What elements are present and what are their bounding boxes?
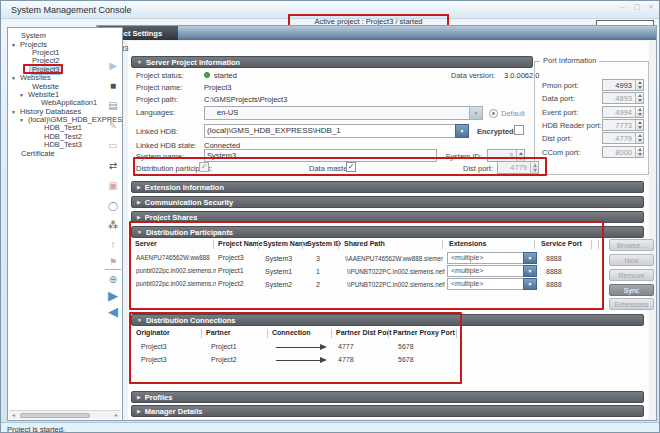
start-project-icon[interactable]: ▶	[101, 59, 125, 74]
distribution-participant-checkbox[interactable]: ✓	[199, 162, 209, 172]
extensions-button[interactable]: Extensions	[609, 298, 654, 310]
section-distribution-participants[interactable]: ▼ Distribution Participants	[131, 226, 644, 238]
column-header-originator[interactable]: Originator	[136, 329, 170, 336]
column-header-extensions[interactable]: Extensions	[449, 240, 486, 247]
remove-button[interactable]: Remove	[609, 269, 654, 281]
section-distribution-connections[interactable]: ▼ Distribution Connections	[131, 314, 644, 326]
data-master-checkbox[interactable]: ✓	[346, 162, 356, 172]
status-message: Project is started.	[7, 425, 65, 433]
linked-hdb-dropdown-icon[interactable]: ▼	[455, 124, 469, 138]
extensions-dropdown[interactable]: <multiple> ▼	[447, 252, 537, 264]
dropdown-icon[interactable]: ▼	[523, 278, 537, 290]
window-title: System Management Console	[11, 5, 132, 15]
column-header-server[interactable]: Server	[135, 240, 157, 247]
section-title: Manager Details	[145, 407, 203, 416]
spinner-icon[interactable]	[635, 133, 643, 143]
tree-item-project1[interactable]: Project1	[8, 49, 122, 57]
project-status-label: Project status:	[136, 71, 184, 80]
cell-partner-dist-port: 4777	[338, 343, 354, 350]
column-header-shared-path[interactable]: Shared Path	[344, 240, 385, 247]
save-project-icon[interactable]: ▣	[101, 179, 125, 194]
data-version-label: Data version:	[451, 71, 495, 80]
minimize-icon[interactable]: –	[617, 3, 629, 10]
cell-shared-path: \\PUNBT022PC.in002.siemens.net\Proj	[347, 281, 445, 288]
column-header-partner[interactable]: Partner	[206, 329, 231, 336]
spinner-icon[interactable]	[635, 93, 643, 103]
connection-arrow-icon	[320, 357, 327, 363]
cell-service-port: 8888	[546, 268, 562, 275]
extensions-value: <multiple>	[451, 280, 483, 287]
extensions-value: <multiple>	[451, 254, 483, 261]
add-icon[interactable]: ⊕	[101, 273, 125, 288]
spinner-icon[interactable]	[635, 107, 643, 117]
encrypted-checkbox[interactable]	[514, 125, 524, 135]
tree-item-label: Certificate	[19, 150, 57, 158]
tree-horizontal-scrollbar[interactable]: ◄ ►	[9, 410, 121, 419]
chevron-down-icon[interactable]: ▼	[17, 91, 26, 99]
spinner-icon[interactable]	[635, 120, 643, 130]
section-title: Extension Information	[145, 183, 224, 192]
section-server-project-information[interactable]: ▼ Server Project Information	[131, 56, 533, 68]
close-icon[interactable]: ✕	[645, 3, 657, 11]
dist-port-info-stepper[interactable]: 4779	[602, 132, 644, 144]
upgrade-project-icon[interactable]: ↑	[101, 238, 125, 253]
section-manager-details[interactable]: ▶ Manager Details	[131, 405, 644, 417]
distribution-network-icon[interactable]: ⁂	[101, 219, 125, 234]
stop-project-icon[interactable]: ■	[101, 79, 125, 94]
column-header-partner-dist-port[interactable]: Partner Dist Port	[336, 329, 392, 336]
scrollbar-thumb[interactable]	[20, 413, 90, 418]
column-header-partner-proxy-port[interactable]: Partner Proxy Port	[393, 329, 455, 336]
chevron-down-icon[interactable]: ▼	[9, 74, 18, 82]
link-hdb-icon[interactable]: ⇄	[101, 159, 125, 174]
restore-project-icon[interactable]: ◯	[101, 199, 125, 214]
dist-port-info-value: 4779	[615, 134, 632, 143]
languages-dropdown-icon[interactable]: ▼	[469, 106, 483, 120]
column-header-service-port[interactable]: Service Port	[541, 240, 582, 247]
chevron-down-icon[interactable]: ▼	[17, 116, 26, 124]
display-project-icon[interactable]: ▭	[101, 139, 125, 154]
spinner-icon[interactable]	[635, 147, 643, 157]
event-port-stepper[interactable]: 4994	[602, 106, 644, 118]
deactivate-back-icon[interactable]: ◀	[101, 305, 125, 320]
browse-button[interactable]: Browse...	[609, 239, 654, 251]
hdb-reader-port-stepper[interactable]: 7773	[602, 119, 644, 131]
section-communication-security[interactable]: ▶ Communication Security	[131, 196, 644, 208]
column-header-project-name[interactable]: Project Name	[218, 240, 263, 247]
dist-port-label: Dist port:	[459, 164, 493, 173]
edit-project-icon[interactable]: ✎	[101, 119, 125, 134]
scroll-right-icon[interactable]: ►	[112, 412, 121, 418]
cell-partner-proxy-port: 5678	[398, 343, 414, 350]
cell-partner: Project2	[211, 356, 237, 363]
maximize-icon[interactable]: ▢	[631, 3, 643, 11]
chevron-down-icon[interactable]: ▼	[9, 41, 18, 49]
column-separator	[258, 240, 259, 249]
linked-hdb-combobox[interactable]: (local)\GMS_HDB_EXPRESS\HDB_1	[204, 124, 456, 138]
dropdown-icon[interactable]: ▼	[523, 265, 537, 277]
pmon-port-stepper[interactable]: 4993	[602, 79, 644, 91]
section-profiles[interactable]: ▶ Profiles	[131, 391, 644, 403]
ccom-port-stepper[interactable]: 8000	[602, 146, 644, 158]
sync-button[interactable]: Sync	[609, 284, 654, 296]
system-name-field[interactable]: System3	[204, 149, 437, 162]
activate-forward-icon[interactable]: ▶	[101, 289, 125, 304]
new-button[interactable]: New	[609, 254, 654, 266]
extensions-dropdown[interactable]: <multiple> ▼	[447, 265, 537, 277]
spinner-icon[interactable]	[635, 80, 643, 90]
spinner-icon[interactable]	[516, 150, 524, 161]
column-header-connection[interactable]: Connection	[272, 329, 311, 336]
tree-item-projects[interactable]: ▼Projects	[8, 40, 122, 48]
languages-combobox[interactable]: en-US	[204, 106, 483, 120]
section-extension-information[interactable]: ▶ Extension Information	[131, 181, 644, 193]
column-header-system-id[interactable]: System ID	[307, 240, 341, 247]
chevron-down-icon[interactable]: ▼	[9, 108, 18, 116]
extensions-dropdown[interactable]: <multiple> ▼	[447, 278, 537, 290]
section-project-shares[interactable]: ▶ Project Shares	[131, 211, 644, 223]
pin-project-icon[interactable]: ⚑	[101, 255, 125, 270]
column-separator	[456, 329, 457, 338]
scroll-left-icon[interactable]: ◄	[9, 412, 18, 418]
dist-port-stepper[interactable]: 4779	[497, 161, 539, 174]
copy-project-icon[interactable]: ▤	[101, 99, 125, 114]
dropdown-icon[interactable]: ▼	[523, 252, 537, 264]
data-port-stepper[interactable]: 4893	[602, 92, 644, 104]
default-language-radio[interactable]	[489, 109, 498, 118]
